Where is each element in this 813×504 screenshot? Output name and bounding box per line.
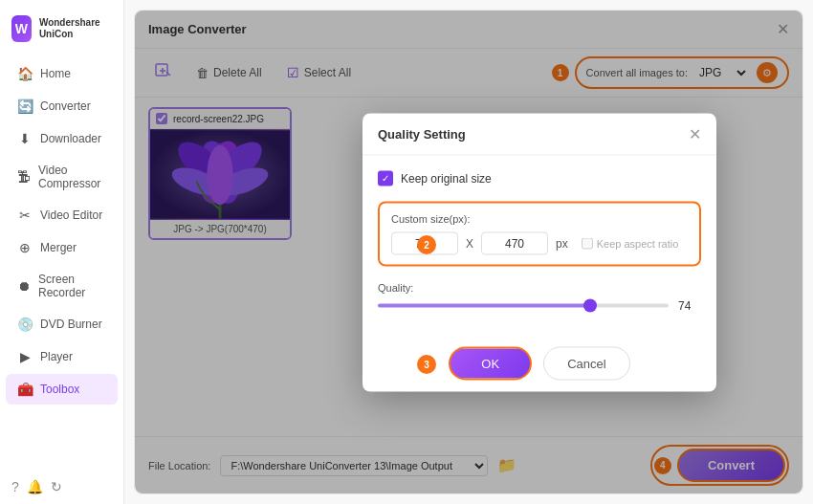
sidebar-label-player: Player <box>40 350 73 363</box>
app-window: W Wondershare UniCon 🏠 Home 🔄 Converter … <box>0 0 813 504</box>
home-icon: 🏠 <box>17 66 33 81</box>
app-logo: W Wondershare UniCon <box>0 8 123 57</box>
sidebar-label-dvd-burner: DVD Burner <box>40 318 102 331</box>
sidebar-item-player[interactable]: ▶ Player <box>6 341 118 372</box>
main-content: Image Converter ✕ 🗑 <box>124 0 813 504</box>
dvd-burner-icon: 💿 <box>17 317 33 332</box>
sidebar-label-video-editor: Video Editor <box>40 208 102 222</box>
video-editor-icon: ✂ <box>17 208 33 223</box>
sidebar-item-screen-recorder[interactable]: ⏺ Screen Recorder <box>6 265 118 307</box>
help-icon[interactable]: ? <box>11 479 19 494</box>
step-badge-2: 2 <box>417 235 436 254</box>
keep-aspect-label: Keep aspect ratio <box>597 237 679 249</box>
sidebar-item-converter[interactable]: 🔄 Converter <box>6 91 118 121</box>
logo-icon: W <box>11 15 32 42</box>
keep-original-row: ✓ Keep original size <box>378 170 701 186</box>
sidebar-item-home[interactable]: 🏠 Home <box>6 58 118 89</box>
size-separator: X <box>466 236 473 250</box>
modal-body: ✓ Keep original size Custom size(px): X … <box>363 155 716 335</box>
quality-row: 74 <box>378 298 701 312</box>
custom-size-section: Custom size(px): X px Keep aspect ratio <box>378 201 701 266</box>
quality-value: 74 <box>678 298 701 312</box>
screen-recorder-icon: ⏺ <box>17 278 31 294</box>
sidebar-item-toolbox[interactable]: 🧰 Toolbox <box>6 374 118 405</box>
sidebar-item-merger[interactable]: ⊕ Merger <box>6 232 118 263</box>
step-badge-3: 3 <box>417 355 436 374</box>
keep-aspect-row: Keep aspect ratio <box>582 237 679 249</box>
modal-footer: OK Cancel <box>363 335 716 391</box>
height-input[interactable] <box>481 231 548 254</box>
sidebar-label-video-compressor: Video Compressor <box>38 164 106 190</box>
quality-label: Quality: <box>378 281 701 293</box>
notification-icon[interactable]: 🔔 <box>27 479 43 494</box>
sidebar-bottom: ? 🔔 ↻ <box>0 470 123 504</box>
sidebar-item-dvd-burner[interactable]: 💿 DVD Burner <box>6 309 118 340</box>
sidebar-label-downloader: Downloader <box>40 132 101 145</box>
size-unit: px <box>556 236 568 250</box>
custom-size-label: Custom size(px): <box>391 212 688 224</box>
keep-aspect-checkbox[interactable] <box>582 237 593 249</box>
converter-icon: 🔄 <box>17 99 33 114</box>
sidebar-item-video-editor[interactable]: ✂ Video Editor <box>6 200 118 230</box>
keep-original-label: Keep original size <box>401 171 492 185</box>
ok-button[interactable]: OK <box>449 346 532 380</box>
sidebar-item-video-compressor[interactable]: 🗜 Video Compressor <box>6 156 118 198</box>
sidebar-label-toolbox: Toolbox <box>40 383 79 396</box>
refresh-icon[interactable]: ↻ <box>51 479 62 494</box>
sidebar-label-converter: Converter <box>40 99 91 113</box>
modal-title: Quality Setting <box>378 126 689 141</box>
quality-setting-modal: Quality Setting ✕ ✓ Keep original size C… <box>363 113 716 391</box>
merger-icon: ⊕ <box>17 240 33 255</box>
modal-header: Quality Setting ✕ <box>363 113 716 155</box>
converter-panel: Image Converter ✕ 🗑 <box>134 10 803 494</box>
keep-original-checkbox[interactable]: ✓ <box>378 170 393 186</box>
sidebar-label-home: Home <box>40 67 71 80</box>
sidebar-label-screen-recorder: Screen Recorder <box>38 273 106 299</box>
logo-text: Wondershare UniCon <box>39 17 112 40</box>
sidebar: W Wondershare UniCon 🏠 Home 🔄 Converter … <box>0 0 124 504</box>
quality-section: Quality: 74 <box>378 281 701 312</box>
downloader-icon: ⬇ <box>17 131 33 146</box>
player-icon: ▶ <box>17 349 33 364</box>
modal-close-button[interactable]: ✕ <box>689 124 701 142</box>
toolbox-icon: 🧰 <box>17 382 33 397</box>
video-compressor-icon: 🗜 <box>17 169 31 185</box>
sidebar-label-merger: Merger <box>40 241 77 254</box>
cancel-button[interactable]: Cancel <box>543 346 629 380</box>
sidebar-item-downloader[interactable]: ⬇ Downloader <box>6 123 118 154</box>
quality-slider[interactable] <box>378 303 669 307</box>
